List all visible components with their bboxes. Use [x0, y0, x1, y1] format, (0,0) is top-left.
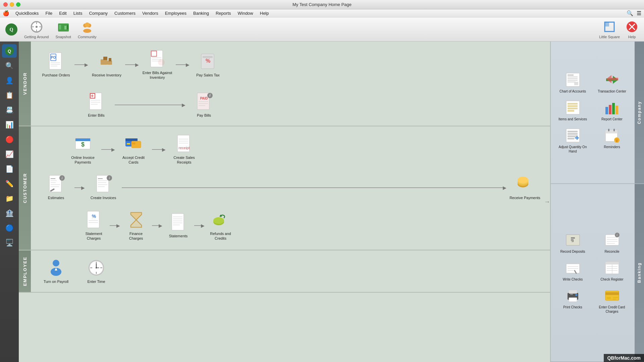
- traffic-lights: [3, 2, 20, 7]
- sidebar-item-customers[interactable]: 👤: [2, 74, 17, 87]
- sidebar-item-alerts[interactable]: 🔴: [2, 133, 17, 146]
- accept-credit-cards-icon: [124, 134, 143, 153]
- sidebar-item-edit[interactable]: ✏️: [2, 177, 17, 190]
- enter-bills-inv-item[interactable]: Enter Bills Against Inventory: [139, 47, 176, 83]
- svg-rect-175: [613, 299, 616, 300]
- print-checks-item[interactable]: Print Checks: [554, 286, 591, 316]
- svg-text:PAID: PAID: [200, 97, 208, 100]
- minimize-button[interactable]: [10, 2, 14, 7]
- record-deposits-item[interactable]: Record Deposits: [554, 230, 591, 256]
- svg-rect-147: [571, 239, 573, 241]
- svg-rect-124: [568, 103, 578, 105]
- finance-charges-item[interactable]: Finance Charges: [120, 208, 152, 244]
- menu-vendors[interactable]: Vendors: [140, 10, 161, 16]
- accept-credit-cards-item[interactable]: Accept Credit Cards: [115, 132, 152, 168]
- sidebar-item-online[interactable]: 🔵: [2, 221, 17, 235]
- menu-lists[interactable]: Lists: [71, 10, 85, 16]
- sidebar-item-chart[interactable]: 📈: [2, 147, 17, 161]
- menu-file[interactable]: File: [43, 10, 55, 16]
- purchase-orders-item[interactable]: PO Purchase Orders: [38, 49, 74, 80]
- sidebar-item-bank[interactable]: 🏦: [2, 206, 17, 220]
- write-checks-item[interactable]: Write Checks: [554, 258, 591, 284]
- purchase-orders-label: Purchase Orders: [42, 73, 70, 77]
- search-icon[interactable]: 🔍: [627, 10, 633, 16]
- receive-inventory-item[interactable]: Receive Inventory: [88, 49, 125, 80]
- menu-extra-icon[interactable]: ☰: [637, 10, 641, 16]
- chart-of-accounts-item[interactable]: Chart of Accounts: [554, 70, 591, 96]
- arrow-line-1: [74, 64, 85, 65]
- create-invoices-icon: i: [94, 175, 113, 193]
- menu-company[interactable]: Company: [86, 10, 110, 16]
- sidebar-item-lists[interactable]: 📋: [2, 88, 17, 102]
- items-services-item[interactable]: Items and Services: [554, 98, 591, 123]
- menu-banking[interactable]: Banking: [191, 10, 212, 16]
- compass-icon: [30, 20, 43, 34]
- sidebar-item-folder[interactable]: 📁: [2, 192, 17, 205]
- svg-rect-19: [605, 22, 609, 26]
- menu-edit[interactable]: Edit: [56, 10, 69, 16]
- statements-item[interactable]: Statements: [162, 210, 194, 241]
- check-register-item[interactable]: Check Register: [593, 258, 631, 284]
- sidebar-item-search[interactable]: 🔍: [2, 59, 17, 72]
- estimates-label: Estimates: [48, 195, 64, 200]
- apple-menu[interactable]: 🍎: [3, 10, 9, 16]
- sidebar-item-docs[interactable]: 📄: [2, 162, 17, 176]
- refunds-credits-icon: [211, 210, 230, 229]
- menu-quickbooks[interactable]: QuickBooks: [13, 10, 41, 16]
- svg-rect-140: [605, 130, 618, 133]
- turn-on-payroll-item[interactable]: Turn on Payroll: [38, 256, 74, 287]
- help-toolbar-label: Help: [628, 35, 636, 39]
- svg-rect-138: [577, 136, 578, 140]
- statements-icon: [169, 213, 188, 232]
- create-invoices-item[interactable]: i Create Invoices: [85, 172, 122, 203]
- reminders-item[interactable]: Reminders: [593, 125, 631, 156]
- turn-on-payroll-label: Turn on Payroll: [44, 279, 68, 284]
- svg-rect-32: [103, 57, 107, 60]
- sidebar-item-desktop[interactable]: 🖥️: [2, 236, 17, 249]
- sidebar-item-reports[interactable]: 📊: [2, 118, 17, 131]
- chart-of-accounts-icon: [565, 72, 581, 88]
- svg-rect-116: [568, 76, 578, 77]
- online-invoice-item[interactable]: $ Online Invoice Payments: [64, 132, 101, 168]
- report-center-item[interactable]: Report Center: [593, 98, 631, 123]
- enter-time-item[interactable]: Enter Time: [78, 256, 115, 287]
- transaction-center-label: Transaction Center: [598, 89, 626, 94]
- vendor-content: PO Purchase Orders ▶: [31, 42, 550, 126]
- enter-time-icon: [87, 258, 106, 277]
- write-checks-icon: [565, 260, 581, 276]
- refunds-credits-item[interactable]: Refunds and Credits: [205, 208, 236, 244]
- little-square-icon: [603, 20, 616, 34]
- transaction-center-item[interactable]: Transaction Center: [593, 70, 631, 96]
- menu-employees[interactable]: Employees: [162, 10, 189, 16]
- getting-around-button[interactable]: Getting Around: [24, 20, 49, 39]
- sidebar-item-qb[interactable]: Q: [2, 44, 17, 58]
- sidebar-item-cardfile[interactable]: 📇: [2, 103, 17, 117]
- pay-sales-tax-item[interactable]: % Pay Sales Tax: [190, 49, 226, 80]
- snapshot-button[interactable]: Snapshot: [55, 20, 71, 39]
- finance-charges-icon: [127, 210, 146, 229]
- menu-customers[interactable]: Customers: [112, 10, 138, 16]
- svg-rect-34: [109, 58, 111, 61]
- community-button[interactable]: Community: [78, 20, 97, 39]
- svg-rect-167: [569, 290, 577, 294]
- menu-help[interactable]: Help: [257, 10, 272, 16]
- adjust-quantity-item[interactable]: Adjust Quantity On Hand: [554, 125, 591, 156]
- enter-credit-card-item[interactable]: Enter Credit Card Charges: [593, 286, 631, 316]
- reconcile-item[interactable]: i Reconcile: [593, 230, 631, 256]
- estimates-item[interactable]: i Estimat: [38, 172, 74, 203]
- refunds-credits-label: Refunds and Credits: [207, 231, 234, 241]
- menu-reports[interactable]: Reports: [213, 10, 234, 16]
- statement-charges-item[interactable]: % Statement Charges: [78, 208, 110, 244]
- pay-bills-item[interactable]: i PAID Pay Bills: [185, 89, 222, 120]
- enter-bills-item[interactable]: Enter Bills: [78, 89, 115, 120]
- receive-payments-item[interactable]: Receive Payments: [506, 172, 543, 203]
- help-toolbar-button[interactable]: Help: [625, 20, 639, 39]
- close-button[interactable]: [3, 2, 8, 7]
- little-square-button[interactable]: Little Square: [599, 20, 620, 39]
- maximize-button[interactable]: [16, 2, 20, 7]
- menu-window[interactable]: Window: [235, 10, 256, 16]
- svg-rect-149: [572, 241, 574, 242]
- menubar: 🍎 QuickBooks File Edit Lists Company Cus…: [0, 9, 644, 17]
- customer-section: Customer $ Online Invoice Payments: [19, 126, 550, 250]
- create-sales-receipts-item[interactable]: receipt Create Sales Receipts: [166, 132, 203, 168]
